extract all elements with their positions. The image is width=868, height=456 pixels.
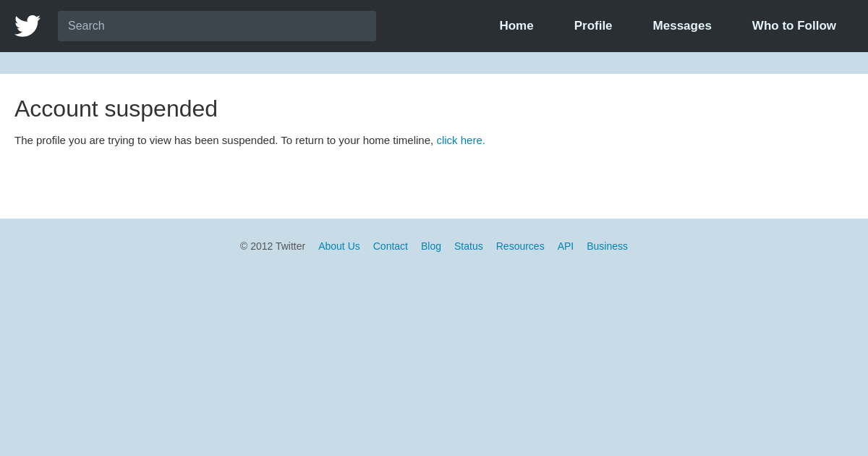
navbar: Home Profile Messages Who to Follow [0, 0, 868, 52]
suspended-message: The profile you are trying to view has b… [14, 132, 854, 149]
footer: © 2012 Twitter About Us Contact Blog Sta… [0, 219, 868, 274]
nav-link-messages[interactable]: Messages [633, 0, 732, 52]
nav-link-home[interactable]: Home [479, 0, 553, 52]
nav-link-profile[interactable]: Profile [554, 0, 633, 52]
search-input[interactable] [58, 11, 376, 41]
footer-link-business[interactable]: Business [587, 240, 628, 252]
footer-link-status[interactable]: Status [454, 240, 483, 252]
footer-link-contact[interactable]: Contact [373, 240, 408, 252]
footer-link-api[interactable]: API [558, 240, 574, 252]
main-content: Account suspended The profile you are tr… [0, 74, 868, 219]
suspended-title: Account suspended [14, 96, 854, 122]
footer-link-blog[interactable]: Blog [421, 240, 441, 252]
nav-link-who-to-follow[interactable]: Who to Follow [732, 0, 856, 52]
footer-copyright: © 2012 Twitter [240, 240, 305, 252]
blue-banner [0, 52, 868, 74]
footer-link-resources[interactable]: Resources [496, 240, 545, 252]
click-here-link[interactable]: click here. [436, 134, 485, 146]
suspended-message-text: The profile you are trying to view has b… [14, 134, 436, 146]
twitter-logo [12, 10, 43, 42]
footer-link-about-us[interactable]: About Us [318, 240, 360, 252]
nav-links: Home Profile Messages Who to Follow [479, 0, 856, 52]
